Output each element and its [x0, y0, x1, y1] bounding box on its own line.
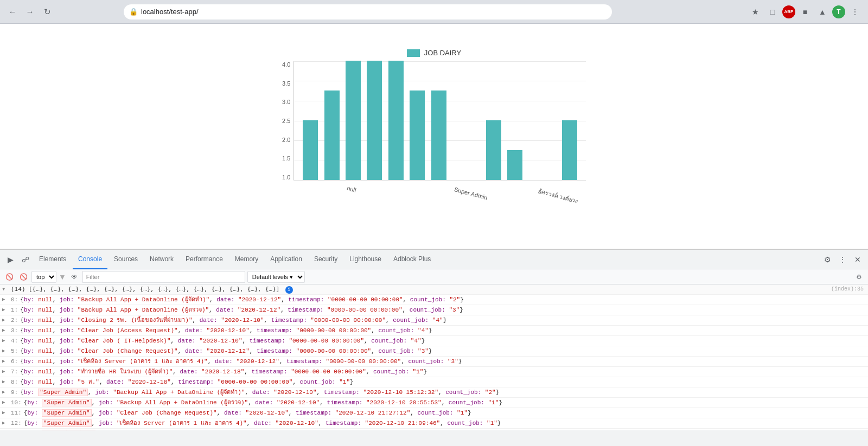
tab-memory[interactable]: Memory: [229, 250, 264, 269]
console-row-5: ▶ 5: {by: null, job: "Clear Job (Change …: [0, 346, 868, 357]
bar-1: [324, 91, 340, 180]
row-10-index: 10:: [11, 398, 22, 407]
y-axis: 4.0 3.5 3.0 2.5 2.0 1.5 1.0: [282, 61, 293, 180]
row-3-expand[interactable]: ▶: [2, 326, 5, 335]
extension-btn-3[interactable]: ▲: [815, 4, 830, 20]
row-11-index: 11:: [11, 409, 22, 417]
devtools-close-btn[interactable]: ✕: [851, 253, 865, 267]
y-label-2: 2.0: [282, 137, 290, 143]
row-0-index: 0:: [11, 295, 18, 304]
bar-0: [303, 120, 318, 180]
row-2-index: 2:: [11, 316, 18, 325]
tab-security[interactable]: Security: [309, 250, 343, 269]
row-11-expand[interactable]: ▶: [2, 409, 5, 417]
row-7-index: 7:: [11, 367, 18, 376]
row-13-by-highlight: "อัครวงค์ วงค์ยวง": [42, 430, 95, 430]
tab-adblock[interactable]: Adblock Plus: [388, 250, 436, 269]
row-10-expand[interactable]: ▶: [2, 398, 5, 407]
console-context-select[interactable]: top: [31, 271, 56, 283]
lock-icon: 🔒: [129, 8, 138, 16]
console-row-13: ▶ 13: {by: "อัครวงค์ วงค์ยวง", job: "Res…: [0, 429, 868, 430]
forward-button[interactable]: →: [23, 5, 37, 19]
abp-button[interactable]: ABP: [782, 5, 795, 18]
console-filter-btn[interactable]: 🚫: [17, 271, 29, 283]
chart-plot-wrapper: null Super Admin อัครวงค์ วงค์ยวง: [293, 61, 586, 224]
tab-elements[interactable]: Elements: [34, 250, 72, 269]
row-4-index: 4:: [11, 337, 18, 345]
devtools-more-btn[interactable]: ⋮: [835, 253, 850, 267]
select-arrow: ▼: [59, 273, 66, 281]
tab-console[interactable]: Console: [73, 250, 107, 269]
array-header-line: ▼ (14) [{…}, {…}, {…}, {…}, {…}, {…}, {……: [0, 285, 868, 295]
console-settings-btn[interactable]: ⚙: [853, 271, 865, 283]
devtools-cursor-btn[interactable]: ▶: [3, 253, 17, 267]
console-row-8: ▶ 8: {by: null, job: "5 ส.", date: "2020…: [0, 377, 868, 387]
row-1-index: 1:: [11, 306, 18, 314]
star-button[interactable]: ★: [748, 4, 763, 20]
row-6-expand[interactable]: ▶: [2, 357, 5, 366]
console-row-7: ▶ 7: {by: null, job: "ทำรายชื่อ HR ในระบ…: [0, 367, 868, 377]
chart-container: JOB DAIRY 4.0 3.5 3.0 2.5 2.0 1.5 1.0: [282, 49, 586, 224]
user-avatar[interactable]: T: [832, 5, 845, 18]
console-eye-btn[interactable]: 👁: [68, 271, 80, 283]
console-row-2: ▶ 2: {by: null, job: "Closing 2 รพ. (เนื…: [0, 315, 868, 326]
bar-3: [367, 61, 382, 180]
row-2-expand[interactable]: ▶: [2, 316, 5, 325]
array-header-text: (14) [{…}, {…}, {…}, {…}, {…}, {…}, {…},…: [11, 285, 293, 294]
row-7-expand[interactable]: ▶: [2, 367, 5, 376]
chart-plot: [293, 61, 586, 180]
row-8-expand[interactable]: ▶: [2, 378, 5, 386]
chart-area: 4.0 3.5 3.0 2.5 2.0 1.5 1.0: [282, 61, 586, 224]
console-row-12: ▶ 12: {by: "Super Admin", job: "เช็คห้อง…: [0, 418, 868, 429]
row-4-expand[interactable]: ▶: [2, 337, 5, 345]
row-8-index: 8:: [11, 378, 18, 386]
y-label-3: 3.0: [282, 99, 290, 105]
bar-2: [346, 61, 361, 180]
x-label-user: อัครวงค์ วงค์ยวง: [538, 184, 582, 224]
extension-btn-2[interactable]: ■: [797, 4, 813, 20]
legend-color: [407, 49, 420, 57]
address-bar[interactable]: 🔒 localhost/test-app/: [124, 4, 612, 20]
extension-btn-1[interactable]: □: [765, 4, 780, 20]
array-expand-arrow[interactable]: ▼: [2, 285, 5, 294]
devtools-settings-btn[interactable]: ⚙: [820, 253, 834, 267]
console-row-9: ▶ 9: {by: "Super Admin", job: "Backup Al…: [0, 387, 868, 398]
tab-application[interactable]: Application: [265, 250, 308, 269]
console-clear-btn[interactable]: 🚫: [3, 271, 15, 283]
row-12-expand[interactable]: ▶: [2, 419, 5, 428]
row-12-index: 12:: [11, 419, 22, 428]
devtools-tabs-toolbar: ▶ ☍ Elements Console Sources Network Per…: [0, 250, 868, 269]
row-9-expand[interactable]: ▶: [2, 388, 5, 397]
menu-button[interactable]: ⋮: [847, 4, 863, 20]
y-label-35: 3.5: [282, 80, 290, 87]
row-0-expand[interactable]: ▶: [2, 295, 5, 304]
row-13-index: 13:: [11, 429, 22, 430]
tab-lighthouse[interactable]: Lighthouse: [344, 250, 387, 269]
bar-10: [562, 120, 577, 180]
row-13-expand[interactable]: ▶: [2, 429, 5, 430]
levels-select[interactable]: Default levels ▾: [247, 271, 305, 283]
devtools: ▶ ☍ Elements Console Sources Network Per…: [0, 249, 868, 430]
index-ref: (index):35: [831, 285, 864, 294]
browser-chrome: ← → ↻ 🔒 localhost/test-app/ ★ □ ABP ■ ▲ …: [0, 0, 868, 24]
console-row-11: ▶ 11: {by: "Super Admin", job: "Clear Jo…: [0, 408, 868, 418]
x-label-null: null: [298, 184, 406, 224]
url-text: localhost/test-app/: [141, 8, 199, 16]
row-9-index: 9:: [11, 388, 18, 397]
y-label-15: 1.5: [282, 155, 290, 161]
bar-8: [486, 120, 501, 180]
row-1-expand[interactable]: ▶: [2, 306, 5, 314]
row-10-by-highlight: "Super Admin": [42, 399, 92, 406]
devtools-device-btn[interactable]: ☍: [18, 253, 33, 267]
row-5-index: 5:: [11, 347, 18, 355]
tab-sources[interactable]: Sources: [108, 250, 143, 269]
filter-input[interactable]: [82, 271, 245, 283]
bar-4: [388, 61, 404, 180]
back-button[interactable]: ←: [5, 5, 20, 19]
console-output[interactable]: ▼ (14) [{…}, {…}, {…}, {…}, {…}, {…}, {……: [0, 285, 868, 430]
reload-button[interactable]: ↻: [40, 5, 54, 19]
row-5-expand[interactable]: ▶: [2, 347, 5, 355]
tab-network[interactable]: Network: [144, 250, 179, 269]
tab-performance[interactable]: Performance: [180, 250, 228, 269]
y-label-4: 4.0: [282, 61, 290, 68]
